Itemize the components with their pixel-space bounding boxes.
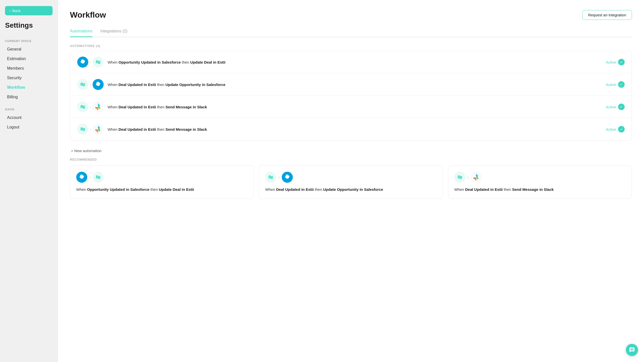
sidebar-item-workflow[interactable]: Workflow: [2, 83, 56, 92]
david-section-label: DAVID: [0, 108, 58, 111]
back-label: Back: [12, 9, 21, 13]
estii-icon: [77, 101, 88, 112]
salesforce-icon: [77, 57, 88, 68]
recommended-section-header: RECOMMENDED: [70, 158, 632, 161]
rec-icon-group: ›: [265, 172, 436, 183]
slack-icon: [93, 124, 104, 135]
settings-title: Settings: [0, 21, 58, 29]
rec-description: When Deal Updated in Estii then Update O…: [265, 187, 436, 193]
table-row[interactable]: › When Opportunity Updated in Salesforce…: [70, 51, 632, 73]
rec-description: When Deal Updated in Estii then Send Mes…: [454, 187, 626, 193]
chat-bubble-button[interactable]: [626, 344, 638, 356]
automations-list: › When Opportunity Updated in Salesforce…: [70, 51, 632, 141]
automation-icon-group: ›: [77, 57, 104, 68]
main-content: Workflow Request an integration Automati…: [58, 0, 644, 362]
table-row[interactable]: › When Deal Updated in Estii then Send M…: [70, 118, 632, 140]
arrow-right-icon: ›: [90, 60, 91, 64]
page-title: Workflow: [70, 10, 106, 20]
arrow-right-icon: ›: [90, 82, 91, 86]
automation-description: When Deal Updated in Estii then Send Mes…: [108, 127, 602, 131]
active-check-icon: ✓: [618, 81, 625, 88]
arrow-right-icon: ›: [278, 175, 279, 179]
arrow-right-icon: ›: [90, 105, 91, 109]
automation-icon-group: ›: [77, 79, 104, 90]
sidebar-item-general[interactable]: General: [2, 44, 56, 54]
tab-automations[interactable]: Automations: [70, 27, 92, 37]
sidebar-item-account[interactable]: Account: [2, 113, 56, 122]
back-button[interactable]: ‹ Back: [5, 6, 53, 15]
sidebar: ‹ Back Settings CURRENT SPACE General Es…: [0, 0, 58, 362]
recommended-card[interactable]: › When Opportunity Updated in Salesforce…: [70, 165, 254, 199]
sidebar-item-billing[interactable]: Billing: [2, 92, 56, 102]
rec-description: When Opportunity Updated in Salesforce t…: [76, 187, 248, 193]
new-automation-button[interactable]: + New automation: [70, 146, 102, 156]
automation-description: When Deal Updated in Estii then Send Mes…: [108, 105, 602, 109]
status-text: Active: [606, 105, 616, 109]
estii-icon: [265, 172, 276, 183]
recommended-card[interactable]: › When Deal Updated in Estii then Send M…: [448, 165, 632, 199]
arrow-right-icon: ›: [90, 127, 91, 131]
sidebar-item-members[interactable]: Members: [2, 64, 56, 73]
rec-icon-group: ›: [76, 172, 248, 183]
current-space-label: CURRENT SPACE: [0, 39, 58, 42]
recommended-card[interactable]: › When Deal Updated in Estii then Update…: [259, 165, 443, 199]
salesforce-icon: [76, 172, 87, 183]
salesforce-icon: [282, 172, 293, 183]
estii-icon: [93, 57, 104, 68]
estii-icon: [77, 79, 88, 90]
salesforce-icon: [93, 79, 104, 90]
status-text: Active: [606, 127, 616, 131]
recommended-grid: › When Opportunity Updated in Salesforce…: [70, 165, 632, 199]
status-badge: Active ✓: [606, 59, 625, 65]
request-integration-button[interactable]: Request an integration: [582, 10, 632, 20]
sidebar-item-logout[interactable]: Logout: [2, 122, 56, 132]
status-badge: Active ✓: [606, 81, 625, 88]
slack-icon: [93, 101, 104, 112]
status-badge: Active ✓: [606, 126, 625, 132]
estii-icon: [454, 172, 465, 183]
chevron-left-icon: ‹: [10, 9, 11, 13]
automation-icon-group: ›: [77, 124, 104, 135]
arrow-right-icon: ›: [467, 175, 469, 179]
sidebar-item-security[interactable]: Security: [2, 73, 56, 83]
automations-section-header: AUTOMATIONS (4): [70, 44, 632, 48]
sidebar-item-estimation[interactable]: Estimation: [2, 54, 56, 64]
status-text: Active: [606, 82, 616, 87]
table-row[interactable]: › When Deal Updated in Estii then Send M…: [70, 96, 632, 118]
arrow-right-icon: ›: [89, 175, 91, 179]
active-check-icon: ✓: [618, 59, 625, 65]
automation-description: When Deal Updated in Estii then Update O…: [108, 82, 602, 87]
slack-icon: [471, 172, 482, 183]
tabs: Automations Integrations (2): [70, 27, 632, 37]
page-header: Workflow Request an integration: [70, 10, 632, 20]
estii-icon: [77, 124, 88, 135]
automation-description: When Opportunity Updated in Salesforce t…: [108, 60, 602, 64]
rec-icon-group: ›: [454, 172, 626, 183]
estii-icon: [93, 172, 104, 183]
status-text: Active: [606, 60, 616, 64]
chat-icon: [629, 347, 635, 353]
active-check-icon: ✓: [618, 126, 625, 132]
status-badge: Active ✓: [606, 104, 625, 110]
tab-integrations[interactable]: Integrations (2): [100, 27, 128, 37]
active-check-icon: ✓: [618, 104, 625, 110]
table-row[interactable]: › When Deal Updated in Estii then Update…: [70, 73, 632, 96]
automation-icon-group: ›: [77, 101, 104, 112]
